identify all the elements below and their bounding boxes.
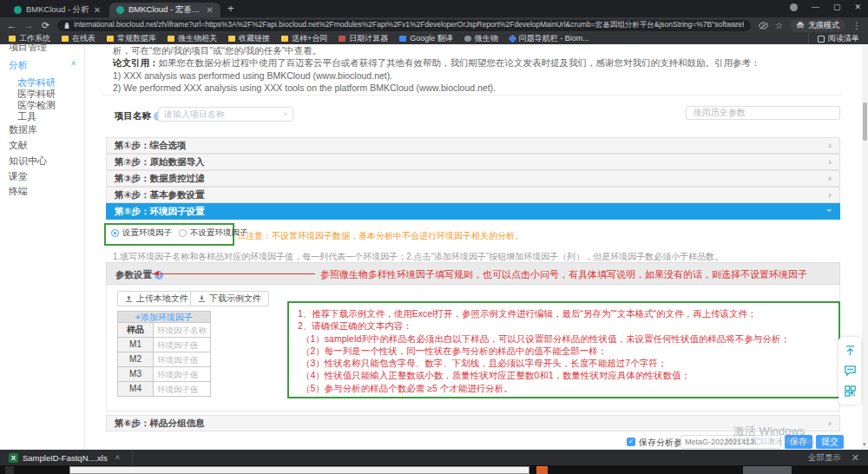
step-row-1[interactable]: 第①步：综合选项› <box>106 137 840 154</box>
bookmark-item[interactable]: 送样+合同 <box>281 33 327 44</box>
bookmark-item[interactable]: 在线表 <box>62 33 95 44</box>
bookmark-item[interactable]: 微生物 <box>464 33 498 44</box>
chat-icon[interactable] <box>844 364 857 377</box>
chevron-down-icon: ˅ <box>283 110 287 118</box>
address-bar[interactable]: international.biocloud.net/zh/iframe?url… <box>57 20 751 31</box>
citation-label: 论文引用： <box>113 57 159 68</box>
note-line: 2、请确保正确的文本内容： <box>298 319 830 332</box>
bookmark-item[interactable]: 微生物相关 <box>168 33 217 44</box>
sidebar-item-classroom[interactable]: 课堂 <box>9 170 28 183</box>
step-row-2[interactable]: 第②步：原始数据导入› <box>106 154 840 170</box>
sidebar-item-analysis[interactable]: 分析 <box>9 59 28 72</box>
step-label: 第⑤步：环境因子设置 <box>107 204 839 219</box>
step-label: 第④步：基本参数设置 <box>107 188 839 202</box>
sidebar-item-database[interactable]: 数据库 <box>9 123 37 136</box>
start-button[interactable] <box>5 466 14 474</box>
env-factor-value-input[interactable] <box>154 367 210 381</box>
bookmark-item[interactable]: 常规数据库 <box>107 33 156 44</box>
save-button[interactable]: 保存 <box>785 435 812 449</box>
scrollbar-down-arrow[interactable]: ▾ <box>863 441 866 448</box>
tab-close-icon[interactable]: ✕ <box>207 5 214 15</box>
history-params-button[interactable]: 使用历史参数 <box>686 106 840 120</box>
step-row-6[interactable]: 第⑥步：样品分组信息› <box>106 415 840 431</box>
step-row-5-active[interactable]: 第⑤步：环境因子设置› <box>106 203 840 220</box>
bookmark-item[interactable]: 日期计算器 <box>339 33 388 44</box>
forward-icon[interactable]: → <box>24 21 34 30</box>
bookmark-label: 问题导航栏 - Biom... <box>519 33 589 44</box>
menu-kebab-icon[interactable]: ⋮ <box>852 21 861 30</box>
incognito-label: 无痕模式 <box>808 20 839 31</box>
save-params-checkbox[interactable]: ✓ <box>627 438 635 446</box>
calculator-icon <box>339 36 345 42</box>
tab-metagenome-platform[interactable]: BMKCloud - 宏基因组分析平台 ✕ <box>109 3 220 17</box>
scrollbar-thumb[interactable] <box>863 102 867 141</box>
table-row-label: M1 <box>117 338 154 352</box>
radio-unset-env-factor[interactable] <box>179 229 187 237</box>
folder-icon <box>62 36 69 42</box>
sidebar-item-literature[interactable]: 文献 <box>9 139 28 152</box>
param-settings-text: 参数设置 <box>115 269 152 280</box>
bookmark-item[interactable]: Google 翻译 <box>399 33 453 44</box>
step-label: 第⑥步：样品分组信息 <box>107 416 839 431</box>
project-name-select[interactable]: 请输入项目名称 ˅ <box>158 107 293 122</box>
new-tab-button[interactable]: + <box>227 2 234 15</box>
download-sample-file-button[interactable]: 下载示例文件 <box>190 291 269 306</box>
env-factor-value-input[interactable] <box>154 352 210 366</box>
taskbar-app-icon[interactable] <box>743 466 792 474</box>
note-line: （2）每一列是一个性状，同一性状在参与分析的样品中的值不能全部一样； <box>298 345 830 357</box>
chevron-up-icon[interactable]: ˄ <box>115 453 120 462</box>
taskbar-app-icon[interactable] <box>536 466 548 474</box>
bookmark-item[interactable]: 问题导航栏 - Biom... <box>510 33 589 44</box>
citation-ref-1: 1) XXX analysis was performed using BMKC… <box>113 70 392 81</box>
refresh-icon[interactable]: ⟳ <box>42 21 49 30</box>
step-row-4[interactable]: 第④步：基本参数设置› <box>106 187 840 203</box>
reading-list-button[interactable]: 阅读清单 <box>808 33 859 44</box>
add-env-factor-button[interactable]: +添加环境因子 <box>117 311 211 323</box>
param-name-input[interactable] <box>681 435 781 449</box>
radio-set-env-factor[interactable] <box>111 229 119 237</box>
incognito-chip[interactable]: 无痕模式 <box>790 19 845 32</box>
tab-search-icon[interactable] <box>790 3 798 11</box>
step-row-3[interactable]: 第③步：数据质控过滤› <box>106 170 840 187</box>
url-text: international.biocloud.net/zh/iframe?url… <box>74 20 744 30</box>
screen: BMKCloud - 分析 ✕ BMKCloud - 宏基因组分析平台 ✕ + … <box>0 0 868 474</box>
minimize-button[interactable]: — <box>812 3 819 11</box>
tab-close-icon[interactable]: ✕ <box>94 5 101 15</box>
radio-set-label: 设置环境因子 <box>122 227 172 239</box>
sidebar-item-project-mgmt[interactable]: 项目管理 <box>9 41 47 54</box>
maximize-button[interactable]: ▢ <box>833 3 841 11</box>
page-scrollbar[interactable]: ▾ <box>862 44 868 450</box>
note-line: （1）sampleId列中的样品名必须出自以下样品，可以只设置部分样品的性状值，… <box>298 332 830 345</box>
env-factor-value-input[interactable] <box>154 338 210 352</box>
sidebar-item-label: 分析 <box>9 60 28 70</box>
env-factor-value-input[interactable] <box>154 382 210 396</box>
download-file-chip[interactable]: X SampleID-FastqN....xls ˄ <box>9 450 127 465</box>
show-all-downloads-button[interactable]: 全部显示 <box>808 452 841 464</box>
bookmark-label: 收藏链接 <box>239 33 270 44</box>
chevron-right-icon: › <box>828 140 832 150</box>
divider <box>102 95 842 95</box>
chevron-down-icon: › <box>825 208 835 212</box>
download-button-label: 下载示例文件 <box>209 293 261 305</box>
eye-off-icon[interactable] <box>759 22 768 30</box>
chevron-up-icon[interactable]: ˄ <box>71 59 76 68</box>
tab-bmkcloud-analysis[interactable]: BMKCloud - 分析 ✕ <box>7 3 109 17</box>
translate-icon <box>399 36 406 42</box>
folder-icon <box>228 36 235 42</box>
upload-local-file-button[interactable]: 上传本地文件 <box>117 291 196 306</box>
env-factor-name-input[interactable] <box>154 323 210 337</box>
sidebar-item-tools[interactable]: 工具 <box>17 110 36 123</box>
bookmark-star-icon[interactable]: ☆ <box>775 21 783 30</box>
intro-text: 析，可在“您的/我的项目”或“您的/我的任务”中查看。 <box>113 45 321 57</box>
sidebar-item-knowledge[interactable]: 知识中心 <box>9 155 47 168</box>
back-icon[interactable]: ← <box>7 21 16 30</box>
bookmark-item[interactable]: 收藏链接 <box>228 33 270 44</box>
taskbar-search-box[interactable] <box>69 466 529 474</box>
download-bar-close-icon[interactable]: ✕ <box>852 452 859 464</box>
window-close-button[interactable]: ✕ <box>854 3 861 11</box>
submit-button[interactable]: 提交 <box>816 435 844 449</box>
back-to-top-icon[interactable] <box>844 344 857 357</box>
qr-code-icon[interactable] <box>844 385 857 398</box>
note-line: （4）性状值只能输入正整数或小数，质量性状对应正整数0和1，数量性状对应具体的性… <box>298 369 830 381</box>
sidebar-item-terminal[interactable]: 终端 <box>9 185 28 198</box>
